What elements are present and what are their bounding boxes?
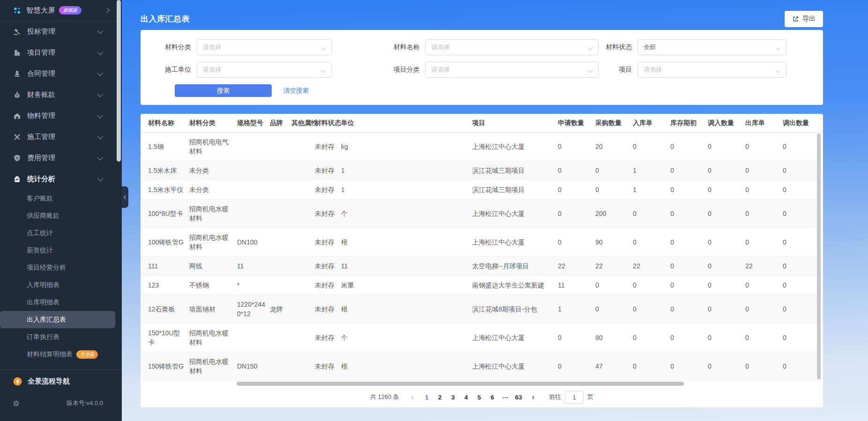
- sidebar-collapse-handle[interactable]: [122, 186, 128, 208]
- sidebar-logo-row[interactable]: 智慧大屏 旗舰版: [0, 0, 122, 21]
- cell-outbound-order: 0: [745, 328, 783, 347]
- page-button[interactable]: 4: [460, 391, 472, 403]
- table-row[interactable]: 111 网线 11 未封存 11 太空电梯--月球项目 22 22 22 0 0…: [141, 257, 823, 276]
- page-list: 1 2 3 4: [421, 391, 525, 403]
- material-status-select[interactable]: 全部: [638, 39, 786, 55]
- cell-material-status: 未封存: [315, 204, 341, 223]
- cell-apply-qty: 0: [558, 180, 595, 199]
- vertical-scrollbar[interactable]: [817, 133, 821, 379]
- page-button[interactable]: 6: [486, 391, 498, 403]
- cell-initial-stock: 0: [670, 137, 708, 156]
- sidebar-item-expense[interactable]: ¥ 费用管理: [0, 148, 122, 169]
- table-header-cell: 入库单: [633, 119, 670, 127]
- sidebar-submenu-item[interactable]: 出入库汇总表: [0, 311, 115, 328]
- cell-unit: 1: [341, 161, 472, 180]
- cell-material-status: 未封存: [315, 328, 341, 347]
- sidebar-submenu-item[interactable]: 供应商账款: [0, 207, 115, 224]
- cell-other-attrs: [291, 333, 315, 342]
- sidebar-submenu-item[interactable]: 订单执行表: [0, 328, 115, 346]
- sidebar-submenu-item[interactable]: 项目经营分析: [0, 259, 115, 276]
- table-header-cell: 调出数量: [783, 119, 816, 127]
- cell-initial-stock: 0: [670, 180, 708, 199]
- sidebar-item-contract[interactable]: 合同管理: [0, 63, 122, 84]
- page-button[interactable]: 3: [447, 391, 459, 403]
- sidebar-item-finance[interactable]: ¥ 财务账款: [0, 84, 122, 105]
- table-row[interactable]: 100*8U型卡 招商机电水暖材料 未封存 个 上海松江中心大厦 0 200 0…: [141, 199, 823, 228]
- project-select[interactable]: 请选择: [638, 62, 786, 78]
- sidebar-submenu-item[interactable]: 点工统计: [0, 224, 115, 242]
- search-button[interactable]: 搜索: [175, 84, 272, 97]
- project-category-select[interactable]: 请选择: [425, 62, 599, 78]
- sidebar-submenu-item[interactable]: 入库明细表: [0, 276, 115, 294]
- flagship-badge: 旗舰版: [59, 6, 82, 15]
- table-row[interactable]: 12石膏板 墙面辅材 1220*2440*12 龙牌 未封存 根 滨江花城8期项…: [141, 295, 823, 324]
- shield-yen-icon: ¥: [13, 154, 21, 162]
- sidebar-item-bidding[interactable]: 投标管理: [0, 21, 122, 42]
- cell-transfer-out-qty: 0: [783, 180, 816, 199]
- pro-version-badge: 专业版: [76, 350, 98, 359]
- filter-label-material-name: 材料名称: [393, 43, 420, 52]
- cell-spec-model: 1220*2440*12: [237, 295, 270, 323]
- cell-brand: [270, 333, 291, 342]
- chevron-down-icon: [97, 70, 104, 76]
- page-button[interactable]: 2: [434, 391, 446, 403]
- chevron-down-icon: [320, 67, 326, 73]
- sidebar-submenu-item[interactable]: 薪资统计: [0, 242, 115, 259]
- cell-material-name: 100*8U型卡: [148, 204, 189, 223]
- material-name-select[interactable]: 请选择: [425, 39, 599, 55]
- sidebar-item-project[interactable]: 项目管理: [0, 42, 122, 63]
- table-header-row: 材料名称 材料分类 规格型号 品牌 其他属性 材料状态 单位 项目 申请数量: [141, 114, 823, 133]
- cell-material-status: 未封存: [315, 161, 341, 180]
- page-button-label: 2: [438, 394, 442, 401]
- sidebar-item-statistics[interactable]: 统计分析: [0, 169, 122, 190]
- cell-material-name: 12石膏板: [148, 300, 189, 318]
- cell-brand: [270, 209, 291, 218]
- clear-search-link[interactable]: 清空搜索: [283, 87, 309, 95]
- cell-other-attrs: [291, 237, 315, 247]
- cell-purchase-qty: 0: [595, 180, 633, 199]
- cell-purchase-qty: 0: [595, 276, 633, 295]
- table-row[interactable]: 1.5钢 招商机电电气材料 未封存 kg 上海松江中心大厦 0 20 0 0 0: [141, 133, 823, 161]
- gear-icon[interactable]: [12, 399, 20, 407]
- panorama-nav-item[interactable]: 全景流程导航: [0, 370, 122, 392]
- table-row[interactable]: 1.5米木床 未分类 未封存 1 滨江花城三期项目 0 0 1 0 0 0: [141, 161, 823, 180]
- cell-spec-model: [237, 166, 270, 175]
- page-button[interactable]: ···: [499, 391, 512, 403]
- table-row[interactable]: 150铸铁管G 招商机电水暖材料 DN150 未封存 根 上海松江中心大厦 0 …: [141, 352, 823, 381]
- cell-inbound-order: 0: [633, 204, 670, 223]
- horizontal-scrollbar[interactable]: [237, 382, 684, 386]
- table-row[interactable]: 100铸铁管G 招商机电水暖材料 DN100 未封存 根 上海松江中心大厦 0 …: [141, 228, 823, 257]
- cell-material-status: 未封存: [315, 137, 341, 156]
- sidebar-submenu-item[interactable]: 客户账款: [0, 190, 115, 207]
- page-button[interactable]: 63: [512, 391, 525, 403]
- topbar: 出入库汇总表 导出: [122, 0, 868, 29]
- material-category-select[interactable]: 请选择: [197, 39, 332, 55]
- chevron-down-icon: [97, 176, 104, 182]
- table-row[interactable]: 123 不锈钢 * 未封存 米重 南钢盛达大学生公寓新建 11 0 0 0 0 …: [141, 276, 823, 295]
- sidebar-item-material[interactable]: 物料管理: [0, 105, 122, 126]
- sidebar-submenu-item[interactable]: 出库明细表: [0, 294, 115, 311]
- export-button[interactable]: 导出: [785, 11, 823, 27]
- cell-spec-model: DN150: [237, 357, 270, 376]
- table-row[interactable]: 1.5米水平仪 未分类 未封存 1 滨江花城三期项目 0 0 1 0 0 0: [141, 180, 823, 199]
- cell-apply-qty: 22: [558, 257, 595, 275]
- sidebar-item-construction[interactable]: 施工管理: [0, 126, 122, 148]
- cell-purchase-qty: 200: [595, 204, 633, 223]
- next-page-button[interactable]: ›: [527, 392, 539, 402]
- sidebar-submenu-item[interactable]: 材料结算明细表 专业版: [0, 346, 115, 363]
- table-header-cell: 单位: [341, 119, 472, 127]
- goto-page-group: 前往 页: [549, 391, 594, 404]
- select-placeholder: 请选择: [203, 66, 221, 74]
- cell-unit: kg: [341, 137, 472, 156]
- sidebar-scrollbar[interactable]: [117, 0, 121, 162]
- page-button[interactable]: 1: [421, 391, 433, 403]
- filter-row-1: 材料分类 请选择 材料名称 请选择 材料状态 全部: [141, 39, 823, 55]
- construction-unit-select[interactable]: 请选择: [197, 62, 332, 78]
- table-header-cell: 材料状态: [315, 119, 341, 127]
- goto-page-input[interactable]: [565, 391, 584, 404]
- table-header-cell: 采购数量: [595, 119, 633, 127]
- page-button[interactable]: 5: [473, 391, 485, 403]
- table-row[interactable]: 150*10U型卡 招商机电水暖材料 未封存 个 上海松江中心大厦 0 80 0…: [141, 324, 823, 352]
- chevron-down-icon: [97, 91, 104, 97]
- prev-page-button[interactable]: ‹: [407, 392, 418, 402]
